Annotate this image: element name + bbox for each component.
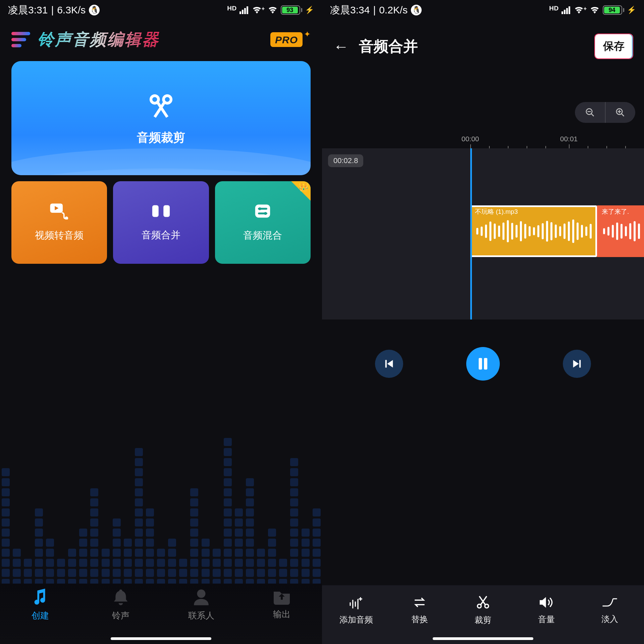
nav-create[interactable]: 创建: [0, 588, 80, 644]
card-label: 视频转音频: [35, 229, 84, 242]
tool-trim[interactable]: 裁剪: [451, 585, 515, 635]
person-icon: [193, 588, 210, 606]
hd-badge: HD: [227, 5, 236, 12]
save-button[interactable]: 保存: [595, 34, 633, 58]
crown-icon: [291, 181, 311, 201]
svg-rect-2: [244, 8, 246, 14]
audio-mix-card[interactable]: 音频混合: [215, 181, 311, 264]
home-indicator[interactable]: [433, 637, 533, 640]
svg-rect-28: [385, 360, 387, 368]
clip-filename: 来了来了.: [602, 207, 629, 216]
audio-trim-card[interactable]: 音频裁剪: [11, 61, 311, 175]
zoom-control: [575, 102, 635, 123]
svg-rect-17: [561, 11, 563, 14]
playback-controls: [322, 319, 644, 381]
svg-point-16: [197, 590, 206, 598]
nav-contacts[interactable]: 联系人: [161, 588, 241, 644]
battery-indicator: 94: [603, 5, 624, 15]
audio-clip-1[interactable]: 不玩略 (1).mp3: [470, 205, 597, 257]
video-to-audio-card[interactable]: 视频转音频: [11, 181, 107, 264]
skip-forward-button[interactable]: [563, 350, 591, 378]
svg-line-22: [591, 114, 594, 116]
svg-marker-42: [540, 597, 546, 608]
feature-cards: 视频转音频 音频合并 音频混合: [11, 181, 311, 264]
menu-icon[interactable]: [11, 32, 30, 47]
mix-icon: [253, 203, 272, 219]
svg-rect-9: [152, 205, 159, 217]
editor-toolbar: 添加音频 替换 裁剪 音量: [322, 585, 644, 644]
pause-button[interactable]: [466, 347, 500, 381]
svg-line-25: [622, 114, 624, 116]
wifi-icon: +: [252, 6, 265, 14]
audio-clip-2[interactable]: 来了来了.: [597, 205, 644, 257]
svg-point-8: [65, 216, 68, 219]
folder-up-icon: [273, 588, 291, 605]
fade-in-icon: [602, 596, 618, 609]
svg-point-5: [164, 96, 171, 103]
music-note-icon: [31, 588, 50, 606]
qq-icon: 🐧: [411, 5, 422, 15]
zoom-out-button[interactable]: [575, 102, 605, 123]
card-label: 音频合并: [142, 229, 180, 242]
svg-rect-19: [566, 8, 568, 14]
tool-add-audio[interactable]: 添加音频: [325, 585, 388, 635]
nav-output[interactable]: 输出: [241, 588, 322, 644]
skip-back-button[interactable]: [375, 350, 403, 378]
app-header: 铃声音频编辑器 PRO ✦: [0, 19, 322, 59]
svg-rect-11: [255, 205, 270, 218]
tool-fade-in[interactable]: 淡入: [578, 585, 641, 635]
status-bar: 凌晨3:31 | 6.3K/s 🐧 HD + 93 ⚡: [0, 0, 322, 19]
svg-rect-20: [569, 6, 570, 14]
status-time: 凌晨3:31: [8, 3, 48, 17]
svg-marker-29: [387, 360, 393, 368]
card-label: 音频混合: [243, 229, 282, 242]
svg-point-14: [259, 207, 261, 210]
back-button[interactable]: ←: [333, 39, 349, 54]
tool-volume[interactable]: 音量: [515, 585, 578, 635]
app-title: 铃声音频编辑器: [38, 29, 160, 50]
editor-screen: 凌晨3:34 | 0.2K/s 🐧 HD + 94 ⚡ ← 音: [322, 0, 644, 644]
status-time: 凌晨3:34: [330, 3, 370, 17]
zoom-in-button[interactable]: [605, 102, 636, 123]
svg-rect-1: [242, 10, 244, 14]
wifi-icon-2: [589, 6, 600, 14]
svg-rect-10: [163, 205, 170, 217]
svg-rect-30: [479, 358, 482, 369]
pro-badge[interactable]: PRO ✦: [270, 32, 311, 47]
net-speed: 6.3K/s: [57, 4, 86, 16]
audio-trim-label: 音频裁剪: [137, 130, 185, 146]
svg-point-15: [264, 212, 267, 215]
charging-icon: ⚡: [305, 6, 314, 14]
bottom-nav: 创建 铃声 联系人 输出: [0, 584, 322, 644]
timeline[interactable]: 00:02.8 不玩略 (1).mp3 来了来了.: [322, 148, 644, 319]
charging-icon: ⚡: [627, 6, 636, 14]
tool-replace[interactable]: 替换: [388, 585, 451, 635]
svg-point-40: [477, 604, 481, 608]
bell-icon: [112, 588, 129, 606]
signal-icon: [561, 6, 571, 14]
audio-track: 不玩略 (1).mp3 来了来了.: [322, 205, 644, 257]
home-indicator[interactable]: [111, 637, 211, 640]
timeline-ruler: 00:00 00:01: [322, 134, 644, 148]
equalizer-decoration: [0, 412, 322, 587]
svg-rect-31: [484, 358, 487, 369]
wifi-icon: +: [574, 6, 587, 14]
signal-icon: [239, 6, 249, 14]
battery-indicator: 93: [281, 5, 302, 15]
add-audio-icon: [348, 595, 364, 609]
svg-rect-3: [247, 6, 248, 14]
merge-icon: [151, 203, 171, 219]
status-bar: 凌晨3:34 | 0.2K/s 🐧 HD + 94 ⚡: [322, 0, 644, 19]
audio-merge-card[interactable]: 音频合并: [113, 181, 209, 264]
editor-header: ← 音频合并 保存: [322, 19, 644, 68]
nav-ringtone[interactable]: 铃声: [80, 588, 161, 644]
waveform: [603, 219, 640, 243]
svg-point-41: [485, 604, 488, 608]
svg-rect-33: [579, 360, 581, 368]
qq-icon: 🐧: [89, 5, 100, 15]
waveform: [476, 219, 592, 243]
scissors-icon: [146, 91, 176, 121]
home-screen: 凌晨3:31 | 6.3K/s 🐧 HD + 93 ⚡ 铃声: [0, 0, 322, 644]
video-audio-icon: [49, 203, 69, 219]
svg-rect-0: [239, 11, 241, 14]
